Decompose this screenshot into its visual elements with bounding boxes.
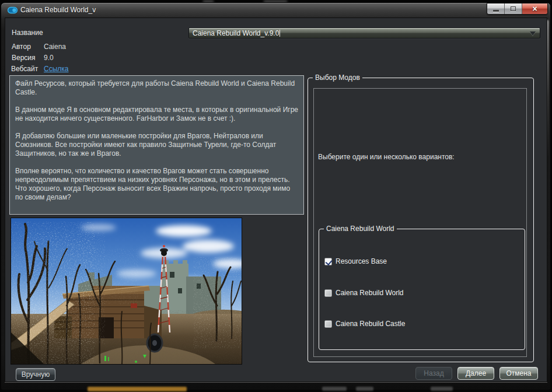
description-paragraph: Я добавляю большие или маленькие построй…	[15, 132, 298, 158]
installer-window: Caiena Rebuild World_v × Название Caiena…	[0, 0, 552, 392]
checkbox-resources-base[interactable]	[324, 258, 332, 265]
option-row-resources-base[interactable]: Resources Base	[324, 257, 387, 265]
option-label: Caiena Rebuild World	[336, 289, 404, 297]
author-label: Автор	[12, 43, 31, 51]
option-label: Caiena Rebuild Castle	[336, 320, 405, 328]
description-paragraph: Файл Ресурсов, который требуется для раб…	[15, 79, 298, 97]
author-value: Caiena	[44, 43, 66, 51]
frame-bottom-highlight	[5, 382, 547, 383]
option-row-rebuild-castle[interactable]: Caiena Rebuild Castle	[324, 320, 405, 328]
mod-version-value: Caiena Rebuild World_v.9.0	[193, 29, 279, 37]
desktop-glimpse	[431, 387, 453, 391]
website-label: Вебсайт	[11, 65, 38, 73]
options-prompt: Выберите один или несколько вариантов:	[318, 153, 455, 161]
close-button[interactable]: ×	[522, 4, 547, 14]
desktop-glimpse	[88, 387, 187, 391]
website-link[interactable]: Ссылка	[44, 65, 68, 73]
mod-version-dropdown[interactable]: Caiena Rebuild World_v.9.0	[188, 27, 540, 38]
version-label: Версия	[12, 54, 36, 62]
option-row-rebuild-world[interactable]: Caiena Rebuild World	[324, 289, 404, 297]
manual-button[interactable]: Вручную	[16, 368, 55, 381]
version-value: 9.0	[44, 54, 54, 62]
minimize-icon	[493, 10, 499, 12]
maximize-icon	[511, 6, 516, 11]
mod-selection-title: Выбор Модов	[313, 74, 362, 82]
option-group-title: Caiena Rebuild World	[324, 225, 397, 233]
checkbox-rebuild-castle[interactable]	[324, 320, 332, 328]
window-controls: ×	[487, 3, 548, 15]
text-cursor	[280, 30, 280, 37]
name-label: Название	[12, 29, 43, 37]
description-paragraph: В данном моде Я в основном редактировала…	[15, 106, 298, 123]
app-icon	[8, 6, 18, 14]
cancel-button[interactable]: Отмена	[499, 367, 538, 380]
minimize-button[interactable]	[487, 4, 505, 14]
desktop-glimpse	[322, 387, 347, 391]
back-button[interactable]: Назад	[415, 367, 452, 380]
description-paragraph: Вполне вероятно, что количество и качест…	[15, 167, 298, 202]
checkbox-rebuild-world[interactable]	[324, 289, 332, 297]
close-icon: ×	[532, 5, 537, 13]
maximize-button[interactable]	[505, 4, 522, 14]
window-title: Caiena Rebuild World_v	[20, 6, 96, 14]
mod-description[interactable]: Файл Ресурсов, который требуется для раб…	[9, 75, 304, 215]
desktop-glimpse	[356, 387, 373, 391]
next-button[interactable]: Далее	[457, 367, 494, 380]
chevron-down-icon	[530, 32, 536, 36]
option-label: Resources Base	[336, 257, 387, 265]
mod-screenshot	[11, 218, 242, 365]
